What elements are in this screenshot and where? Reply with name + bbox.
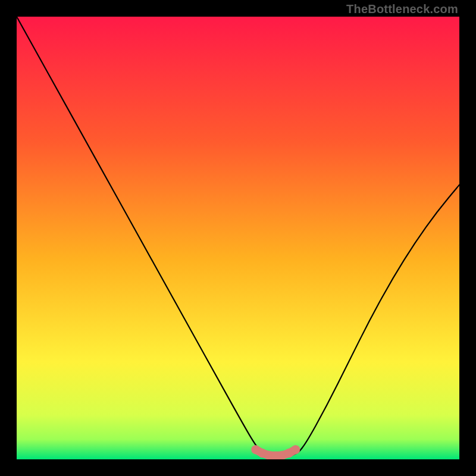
minimum-marker-dot: [291, 445, 300, 454]
minimum-marker-band: [251, 445, 300, 459]
chart-frame: TheBottleneck.com: [0, 0, 476, 476]
bottleneck-curve: [17, 17, 459, 457]
plot-area: [17, 17, 459, 459]
watermark-text: TheBottleneck.com: [346, 2, 458, 16]
curve-layer: [17, 17, 459, 459]
